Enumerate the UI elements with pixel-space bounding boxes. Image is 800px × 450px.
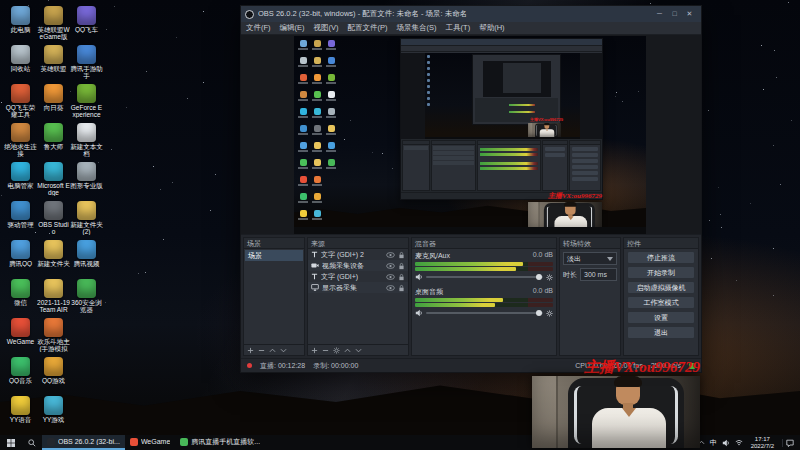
desktop-icon-label: 腾讯视频: [70, 260, 103, 267]
visibility-eye-icon[interactable]: [386, 263, 395, 269]
desktop-icon-23[interactable]: QQ飞车: [70, 6, 103, 45]
move-source-down-icon[interactable]: [355, 347, 362, 354]
slider-knob[interactable]: [536, 310, 542, 316]
remove-scene-icon[interactable]: [258, 347, 265, 354]
desktop-icon-11[interactable]: YY语音: [4, 396, 37, 435]
obs-titlebar[interactable]: OBS 26.0.2 (32-bit, windows) - 配置文件: 未命名…: [241, 6, 701, 22]
taskbar-app[interactable]: 腾讯直播手机直播软...: [175, 435, 265, 450]
desktop-icon-21[interactable]: QQ游戏: [37, 357, 70, 396]
scene-item[interactable]: 场景: [245, 250, 303, 261]
move-scene-down-icon[interactable]: [280, 347, 287, 354]
desktop-icon-2[interactable]: 回收站: [4, 45, 37, 84]
desktop-icon-4[interactable]: 绝地求生连接: [4, 123, 37, 162]
stream-toggle-button[interactable]: 停止推流: [627, 251, 695, 264]
desktop-icon-25[interactable]: GeForce Experience: [70, 84, 103, 123]
menu-item-2[interactable]: 编辑(E): [280, 23, 305, 33]
ime-indicator[interactable]: 中: [710, 438, 717, 448]
desktop-icon-19[interactable]: 2021-11-19 Team AIR (2): [37, 279, 70, 318]
taskbar-app[interactable]: WeGame: [125, 435, 175, 450]
menu-item-5[interactable]: 场景集合(S): [397, 23, 437, 33]
settings-button[interactable]: 设置: [627, 311, 695, 324]
taskbar-clock[interactable]: 17:17 2022/7/2: [748, 436, 777, 449]
close-button[interactable]: ✕: [682, 10, 697, 18]
menu-item-1[interactable]: 文件(F): [246, 23, 271, 33]
desktop-icon-15[interactable]: 鲁大师: [37, 123, 70, 162]
source-row[interactable]: 文字 (GDI+): [308, 271, 408, 282]
desktop-icon-20[interactable]: 欢乐斗地主(手游模拟器): [37, 318, 70, 357]
desktop-icon-9[interactable]: WeGame: [4, 318, 37, 357]
network-icon[interactable]: [735, 439, 743, 446]
menu-item-3[interactable]: 视图(V): [314, 23, 339, 33]
source-row[interactable]: 文字 (GDI+) 2: [308, 249, 408, 260]
gear-icon[interactable]: [546, 274, 553, 281]
app-label: WeGame: [141, 438, 170, 445]
desktop-icon-29[interactable]: 腾讯视频: [70, 240, 103, 279]
desktop-icon-8[interactable]: 微信: [4, 279, 37, 318]
desktop-icon-16[interactable]: Microsoft Edge: [37, 162, 70, 201]
desktop-icon-26[interactable]: 新建文本文档: [70, 123, 103, 162]
obs-preview-area[interactable]: 主播VX:ou996729: [241, 35, 701, 234]
add-source-icon[interactable]: [311, 347, 318, 354]
record-button[interactable]: 开始录制: [627, 266, 695, 279]
transition-select[interactable]: 淡出: [563, 252, 617, 265]
lock-icon[interactable]: [398, 273, 405, 281]
desktop-icon-13[interactable]: 英雄联盟: [37, 45, 70, 84]
maximize-button[interactable]: □: [667, 10, 682, 18]
speaker-icon[interactable]: [415, 273, 423, 281]
captured-transitions-dock: [542, 140, 568, 191]
virtual-camera-button[interactable]: 启动虚拟摄像机: [627, 281, 695, 294]
source-label: 文字 (GDI+) 2: [321, 250, 383, 260]
source-row[interactable]: 视频采集设备: [308, 260, 408, 271]
desktop-icon-label: QQ飞车: [70, 26, 103, 33]
desktop-icon-1[interactable]: 此电脑: [4, 6, 37, 45]
desktop-icon-24[interactable]: 腾讯手游助手: [70, 45, 103, 84]
desktop-icon-7[interactable]: 腾讯QQ: [4, 240, 37, 279]
desktop-icon-30[interactable]: 360安全浏览器: [70, 279, 103, 318]
desktop-icon-6[interactable]: 驱动管理: [4, 201, 37, 240]
action-center-icon[interactable]: [782, 439, 796, 447]
exit-button[interactable]: 退出: [627, 326, 695, 339]
desktop-icon-14[interactable]: 向日葵: [37, 84, 70, 123]
background-door: [532, 376, 558, 448]
desktop-icon-3[interactable]: QQ飞车荣耀工具: [4, 84, 37, 123]
visibility-eye-icon[interactable]: [386, 274, 395, 280]
move-source-up-icon[interactable]: [344, 347, 351, 354]
source-row[interactable]: 显示器采集: [308, 282, 408, 293]
move-scene-up-icon[interactable]: [269, 347, 276, 354]
desktop-icon-27[interactable]: 图形专业版: [70, 162, 103, 201]
volume-slider[interactable]: [426, 276, 543, 278]
menu-item-6[interactable]: 工具(T): [446, 23, 471, 33]
visibility-eye-icon[interactable]: [386, 252, 395, 258]
person-hair: [564, 202, 576, 207]
start-button[interactable]: [0, 435, 21, 450]
visibility-eye-icon[interactable]: [386, 285, 395, 291]
desktop-icon-5[interactable]: 电脑管家: [4, 162, 37, 201]
menu-item-4[interactable]: 配置文件(P): [348, 23, 388, 33]
gear-icon[interactable]: [546, 310, 553, 317]
desktop-icon-28[interactable]: 新建文件夹 (2): [70, 201, 103, 240]
slider-knob[interactable]: [536, 274, 542, 280]
app-icon: [130, 438, 138, 446]
app-icon: [180, 438, 188, 446]
add-scene-icon[interactable]: [247, 347, 254, 354]
desktop-icon-22[interactable]: YY游戏: [37, 396, 70, 435]
volume-icon[interactable]: [722, 439, 730, 447]
volume-slider[interactable]: [426, 312, 543, 314]
lock-icon[interactable]: [398, 284, 405, 292]
minimize-button[interactable]: ─: [652, 10, 667, 18]
taskbar-app[interactable]: OBS 26.0.2 (32-bi...: [42, 435, 125, 450]
speaker-icon[interactable]: [415, 309, 423, 317]
search-icon[interactable]: [21, 435, 42, 450]
lock-icon[interactable]: [398, 251, 405, 259]
desktop-icon-17[interactable]: OBS Studio: [37, 201, 70, 240]
duration-input[interactable]: 300 ms: [580, 268, 617, 281]
desktop-icon-12[interactable]: 英雄联盟WeGame版: [37, 6, 70, 45]
desktop-icon-18[interactable]: 新建文件夹: [37, 240, 70, 279]
lock-icon[interactable]: [398, 262, 405, 270]
source-properties-icon[interactable]: [333, 347, 340, 354]
desktop-icon-10[interactable]: QQ音乐: [4, 357, 37, 396]
studio-mode-button[interactable]: 工作室模式: [627, 296, 695, 309]
menu-item-7[interactable]: 帮助(H): [479, 23, 504, 33]
captured-desktop-icon: [310, 140, 324, 157]
remove-source-icon[interactable]: [322, 347, 329, 354]
